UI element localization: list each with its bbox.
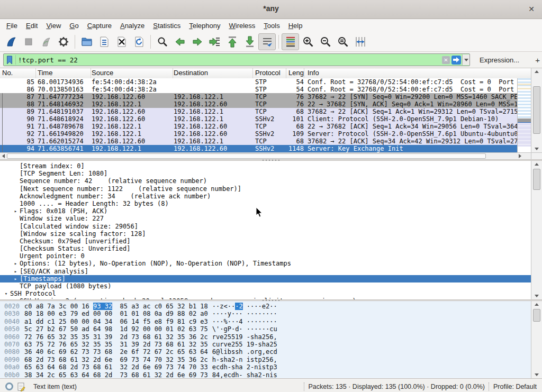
packet-row-86[interactable]: 8670.013850163fe:54:00:d4:38:2aSTP54Conf… (0, 86, 517, 93)
menu-edit[interactable]: Edit (22, 21, 42, 31)
go-back-button[interactable] (171, 33, 188, 50)
hex-row-0030[interactable]: 003080 18 00 e3 79 ed 00 00 01 01 08 0a … (0, 310, 531, 317)
menu-help[interactable]: Help (284, 21, 307, 31)
packet-row-90[interactable]: 9071.648618924192.168.122.60192.168.122.… (0, 115, 517, 123)
hex-row-00a0[interactable]: 00a065 63 64 68 2d 73 68 61 32 2d 6e 69 … (0, 363, 531, 371)
scroll-up-arrow[interactable] (532, 68, 541, 75)
filter-history-caret[interactable] (462, 54, 469, 65)
scroll-up-arrow[interactable] (532, 161, 541, 168)
open-file-button[interactable] (78, 33, 95, 50)
clear-filter-button[interactable]: ✕ (442, 56, 450, 64)
detail-line[interactable]: Urgent pointer: 0 (0, 252, 531, 260)
packet-list-hscrollbar[interactable] (0, 152, 531, 159)
save-file-button[interactable] (95, 33, 113, 50)
scroll-left-arrow[interactable] (0, 153, 7, 159)
go-last-button[interactable] (241, 33, 258, 50)
column-header-no[interactable]: No. (0, 68, 36, 78)
colorize-button[interactable] (282, 33, 299, 50)
stop-capture-button[interactable] (20, 33, 37, 50)
packet-row-87[interactable]: 8771.647777234192.168.122.60192.168.122.… (0, 93, 517, 101)
zoom-in-button[interactable] (299, 33, 317, 50)
detail-line[interactable]: [TCP Segment Len: 1080] (0, 170, 531, 177)
hex-row-0060[interactable]: 006072 76 65 32 35 35 31 39 2d 73 68 61 … (0, 333, 531, 341)
details-vscrollbar[interactable] (531, 161, 542, 299)
column-header-len[interactable]: Length (286, 68, 304, 78)
expand-arrow-icon[interactable]: ▸ (12, 207, 20, 215)
scroll-down-arrow[interactable] (532, 371, 541, 378)
scroll-right-arrow[interactable] (517, 153, 523, 159)
start-capture-button[interactable] (2, 33, 20, 50)
detail-line[interactable]: ▸[SEQ/ACK analysis] (0, 268, 531, 275)
titlebar[interactable]: *any ✕ (0, 0, 542, 19)
bytes-vscrollbar[interactable] (531, 301, 542, 378)
zoom-out-button[interactable] (317, 33, 334, 50)
apply-filter-button[interactable] (451, 56, 461, 65)
expert-info-icon[interactable] (5, 382, 13, 390)
expand-arrow-icon[interactable]: ▸ (12, 275, 20, 282)
packet-row-94[interactable]: 9471.663856741192.168.122.1192.168.122.6… (0, 145, 517, 152)
go-to-packet-button[interactable] (206, 33, 223, 50)
hex-row-0020[interactable]: 0020c0 a8 7a 3c 00 16 93 32 85 a3 ac c0 … (0, 303, 531, 310)
hex-row-0080[interactable]: 008036 40 6c 69 62 73 73 68 2e 6f 72 67 … (0, 348, 531, 355)
packet-row-85[interactable]: 8568.001734936fe:54:00:d4:38:2aSTP54Conf… (0, 78, 517, 86)
detail-line[interactable]: Acknowledgment number: 34 (relative ack … (0, 193, 531, 200)
expression-button[interactable]: Expression... (480, 56, 519, 64)
packet-row-88[interactable]: 8871.648146932192.168.122.1192.168.122.6… (0, 101, 517, 108)
detail-line[interactable]: ▸[Timestamps] (0, 275, 531, 282)
scroll-up-arrow[interactable] (532, 301, 541, 308)
expand-arrow-icon[interactable]: ▸ (12, 260, 20, 267)
detail-line[interactable]: [Calculated window size: 29056] (0, 223, 531, 230)
detail-line[interactable]: [Checksum Status: Unverified] (0, 245, 531, 252)
column-header-proto[interactable]: Protocol (253, 68, 286, 78)
close-button[interactable]: ✕ (526, 4, 537, 14)
menu-capture[interactable]: Capture (83, 21, 116, 31)
column-header-src[interactable]: Source (91, 68, 173, 78)
restart-capture-button[interactable] (37, 33, 55, 50)
menu-file[interactable]: File (2, 21, 22, 31)
menu-statistics[interactable]: Statistics (149, 21, 185, 31)
scroll-down-arrow[interactable] (532, 145, 541, 152)
add-filter-button[interactable]: + (532, 56, 542, 65)
reload-file-button[interactable] (130, 33, 148, 50)
packet-row-91[interactable]: 9171.648789678192.168.122.1192.168.122.6… (0, 123, 517, 130)
column-header-info[interactable]: Info (304, 68, 542, 78)
column-header-dst[interactable]: Destination (173, 68, 253, 78)
auto-scroll-button[interactable] (258, 33, 276, 50)
go-first-button[interactable] (223, 33, 241, 50)
detail-line[interactable]: 1000 .... = Header Length: 32 bytes (8) (0, 200, 531, 207)
column-header-time[interactable]: Time (36, 68, 91, 78)
packet-list-vscrollbar[interactable] (531, 68, 542, 152)
go-forward-button[interactable] (188, 33, 206, 50)
menu-tools[interactable]: Tools (259, 21, 284, 31)
detail-line[interactable]: ▸Flags: 0x018 (PSH, ACK) (0, 207, 531, 215)
detail-line[interactable]: TCP payload (1080 bytes) (0, 282, 531, 290)
detail-line[interactable]: ▾SSH Protocol (0, 290, 531, 297)
packet-row-92[interactable]: 9271.661949820192.168.122.1192.168.122.6… (0, 130, 517, 138)
menu-telephony[interactable]: Telephony (185, 21, 224, 31)
find-packet-button[interactable] (153, 33, 171, 50)
packet-row-93[interactable]: 9371.662015274192.168.122.60192.168.122.… (0, 138, 517, 145)
zoom-100-button[interactable] (334, 33, 351, 50)
detail-line[interactable]: ▸Options: (12 bytes), No-Operation (NOP)… (0, 260, 531, 267)
hex-row-0090[interactable]: 009068 2d 73 68 61 32 2d 6e 69 73 74 70 … (0, 356, 531, 363)
status-profile[interactable]: Profile: Default (493, 383, 537, 390)
menu-go[interactable]: Go (65, 21, 83, 31)
hex-row-00b0[interactable]: 00b038 34 2c 65 63 64 68 2d 73 68 61 32 … (0, 371, 531, 378)
menu-analyze[interactable]: Analyze (116, 21, 149, 31)
capture-options-button[interactable] (55, 33, 72, 50)
detail-line[interactable]: [Window size scaling factor: 128] (0, 230, 531, 238)
resize-columns-button[interactable] (351, 33, 369, 50)
hex-row-0040[interactable]: 0040a1 dd c1 25 00 00 04 34 06 14 f5 e8 … (0, 318, 531, 325)
bookmark-icon[interactable] (6, 56, 13, 65)
detail-line[interactable]: Window size value: 227 (0, 215, 531, 222)
close-file-button[interactable] (113, 33, 130, 50)
packet-row-89[interactable]: 8971.648191037192.168.122.60192.168.122.… (0, 108, 517, 115)
expand-arrow-icon[interactable]: ▸ (12, 268, 20, 275)
detail-line[interactable]: [Stream index: 0] (0, 162, 531, 170)
expand-arrow-icon[interactable]: ▾ (2, 290, 10, 297)
detail-line[interactable]: Sequence number: 42 (relative sequence n… (0, 177, 531, 185)
intelligent-scrollbar[interactable] (517, 78, 531, 152)
detail-line[interactable]: [Next sequence number: 1122 (relative se… (0, 185, 531, 193)
menu-view[interactable]: View (42, 21, 65, 31)
scroll-down-arrow[interactable] (532, 293, 541, 299)
